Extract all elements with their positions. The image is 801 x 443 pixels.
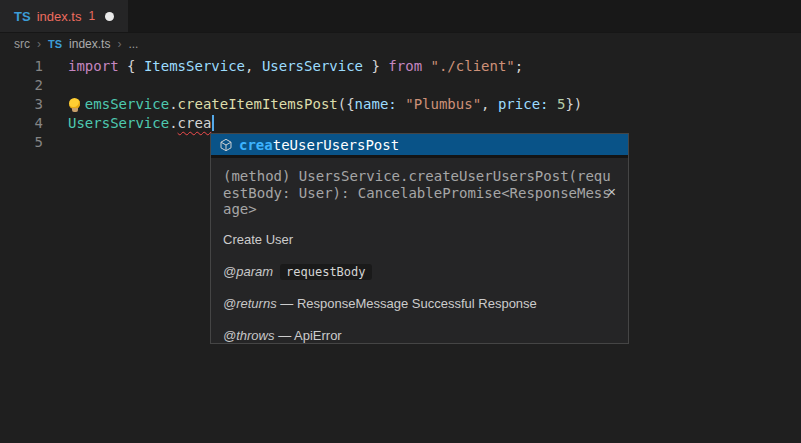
method-symbol-icon: [219, 138, 233, 152]
tab-label: index.ts: [37, 9, 82, 24]
code-line: 3ItemsService.createItemItemsPost({name:…: [0, 95, 801, 114]
doc-summary: Create User: [223, 232, 616, 248]
code-token: .: [169, 96, 177, 112]
code-token: .: [169, 115, 177, 131]
tab-bar: TS index.ts 1: [0, 0, 801, 33]
doc-param-row: @paramrequestBody: [223, 264, 616, 280]
line-number: 1: [0, 57, 43, 76]
returns-tag-label: @returns: [223, 296, 277, 311]
intellisense-popup: createUserUsersPost × (method) UsersServ…: [210, 133, 629, 344]
throws-tag-label: @throws: [223, 328, 275, 343]
param-name-chip: requestBody: [280, 264, 371, 280]
code-line-text: import { ItemsService, UsersService } fr…: [68, 58, 523, 74]
code-token: ItemsService: [144, 58, 245, 74]
code-token: emsService: [85, 96, 169, 112]
code-token: UsersService: [68, 115, 169, 131]
line-number: 4: [0, 114, 43, 133]
method-signature: (method) UsersService.createUserUsersPos…: [223, 168, 612, 218]
code-line-text: ItemsService.createItemItemsPost({name: …: [68, 96, 582, 112]
code-token: from: [388, 58, 422, 74]
throws-text: — ApiError: [278, 328, 342, 343]
suggestion-label: createUserUsersPost: [239, 137, 399, 153]
code-token: import: [68, 58, 119, 74]
code-token: [422, 58, 430, 74]
param-tag-label: @param: [223, 264, 273, 279]
code-token: {: [119, 58, 144, 74]
tab-problem-count-badge: 1: [88, 9, 95, 23]
code-token: }): [565, 96, 582, 112]
line-number: 2: [0, 76, 43, 95]
vscode-window: TS index.ts 1 src › TS index.ts › ... 1i…: [0, 0, 801, 443]
code-line: 4UsersService.crea: [0, 114, 801, 133]
code-token: UsersService: [262, 58, 363, 74]
typescript-file-icon: TS: [48, 38, 62, 50]
code-token: ,: [245, 58, 262, 74]
code-token: name:: [355, 96, 397, 112]
code-line: 2: [0, 76, 801, 95]
lightbulb-icon[interactable]: It: [68, 96, 85, 112]
breadcrumb-item-file[interactable]: index.ts: [69, 37, 110, 51]
code-token: }: [363, 58, 388, 74]
code-token: ,: [481, 96, 498, 112]
unsaved-changes-dot[interactable]: [105, 12, 114, 21]
code-token: price:: [498, 96, 549, 112]
line-number: 3: [0, 95, 43, 114]
chevron-right-icon: ›: [37, 37, 41, 51]
tab-index-ts[interactable]: TS index.ts 1: [0, 0, 128, 32]
text-cursor: [212, 115, 214, 131]
suggestion-item-createUserUsersPost[interactable]: createUserUsersPost: [211, 134, 628, 155]
suggestion-match-text: crea: [239, 137, 273, 153]
suggestion-rest-text: teUserUsersPost: [273, 137, 399, 153]
code-token: [397, 96, 405, 112]
doc-returns-row: @returns — ResponseMessage Successful Re…: [223, 296, 616, 312]
returns-text: — ResponseMessage Successful Response: [280, 296, 537, 311]
suggestion-docs-panel: × (method) UsersService.createUserUsersP…: [211, 155, 628, 343]
code-token: "./client": [431, 58, 515, 74]
code-line: 1import { ItemsService, UsersService } f…: [0, 57, 801, 76]
code-token: crea: [178, 115, 212, 131]
doc-throws-row: @throws — ApiError: [223, 328, 616, 344]
code-token: ({: [338, 96, 355, 112]
breadcrumb-item-src[interactable]: src: [14, 37, 30, 51]
chevron-right-icon: ›: [117, 37, 121, 51]
line-number: 5: [0, 133, 43, 152]
code-line-text: UsersService.crea: [68, 115, 214, 131]
code-token: createItemItemsPost: [178, 96, 338, 112]
typescript-file-icon: TS: [14, 9, 31, 24]
breadcrumb: src › TS index.ts › ...: [0, 33, 801, 55]
code-token: ;: [515, 58, 523, 74]
code-token: "Plumbus": [405, 96, 481, 112]
close-icon[interactable]: ×: [607, 184, 616, 199]
breadcrumb-item-more[interactable]: ...: [128, 37, 138, 51]
code-token: [549, 96, 557, 112]
